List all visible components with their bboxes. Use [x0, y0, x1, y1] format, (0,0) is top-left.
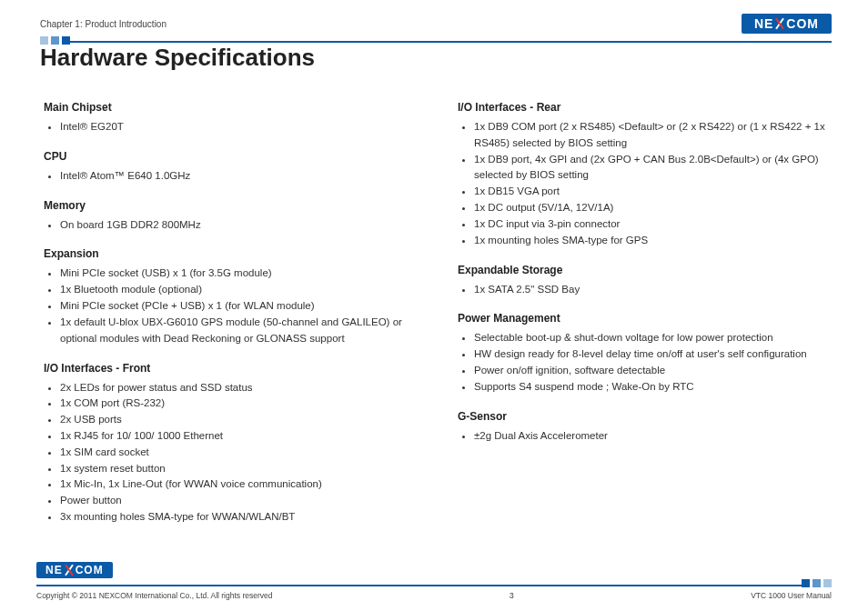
spec-list: Mini PCIe socket (USB) x 1 (for 3.5G mod…	[49, 265, 418, 346]
spec-item: Mini PCIe socket (USB) x 1 (for 3.5G mod…	[60, 265, 418, 282]
page-footer: NECOM Copyright © 2011 NEXCOM Internatio…	[36, 562, 832, 600]
spec-item: 1x SIM card socket	[60, 445, 418, 461]
brand-post: COM	[76, 565, 104, 576]
spec-list: ±2g Dual Axis Accelerometer	[463, 428, 832, 445]
page-title: Hardware Specifications	[40, 44, 832, 72]
spec-list: On board 1GB DDR2 800MHz	[49, 217, 418, 234]
brand-logo: NECOM	[742, 14, 832, 34]
spec-item: 1x Mic-In, 1x Line-Out (for WWAN voice c…	[60, 476, 418, 493]
page-header: Chapter 1: Product Introduction NECOM	[40, 13, 832, 35]
spec-item: 1x Bluetooth module (optional)	[60, 282, 418, 298]
brand-pre: NE	[754, 17, 773, 30]
spec-item: 1x COM port (RS-232)	[60, 396, 418, 412]
spec-item: On board 1GB DDR2 800MHz	[60, 217, 418, 234]
spec-item: 1x DB9 port, 4x GPI and (2x GPO + CAN Bu…	[474, 152, 832, 185]
brand-post: COM	[786, 17, 819, 30]
content-columns: Main ChipsetIntel® EG20TCPUIntel® Atom™ …	[44, 101, 832, 526]
spec-item: 1x SATA 2.5" SSD Bay	[474, 282, 832, 298]
spec-item: Supports S4 suspend mode ; Wake-On by RT…	[474, 379, 832, 396]
spec-item: 3x mounting holes SMA-type for WWAN/WLAN…	[60, 509, 418, 526]
brand-x-icon	[64, 565, 75, 576]
spec-item: Selectable boot-up & shut-down voltage f…	[474, 330, 832, 346]
spec-item: ±2g Dual Axis Accelerometer	[474, 428, 832, 445]
spec-list: Selectable boot-up & shut-down voltage f…	[463, 330, 832, 395]
spec-item: 2x LEDs for power status and SSD status	[60, 380, 418, 396]
spec-heading: Memory	[44, 199, 418, 212]
spec-heading: I/O Interfaces - Front	[44, 362, 418, 375]
spec-item: HW design ready for 8-level delay time o…	[474, 346, 832, 363]
header-rule	[40, 38, 832, 44]
spec-item: 2x USB ports	[60, 412, 418, 428]
chapter-label: Chapter 1: Product Introduction	[40, 19, 167, 29]
spec-heading: Expandable Storage	[458, 264, 832, 276]
spec-item: 1x system reset button	[60, 461, 418, 477]
spec-list: 2x LEDs for power status and SSD status1…	[49, 380, 418, 526]
spec-item: 1x DC input via 3-pin connector	[474, 216, 832, 233]
spec-list: 1x DB9 COM port (2 x RS485) <Default> or…	[463, 119, 832, 249]
spec-item: Power button	[60, 493, 418, 509]
footer-brand-logo: NECOM	[36, 562, 113, 578]
spec-heading: G-Sensor	[458, 410, 832, 423]
column-left: Main ChipsetIntel® EG20TCPUIntel® Atom™ …	[44, 101, 418, 526]
spec-item: Mini PCIe socket (PCIe + USB) x 1 (for W…	[60, 298, 418, 315]
column-right: I/O Interfaces - Rear1x DB9 COM port (2 …	[458, 101, 832, 526]
spec-list: Intel® Atom™ E640 1.0GHz	[49, 168, 418, 185]
spec-list: 1x SATA 2.5" SSD Bay	[463, 282, 832, 298]
brand-pre: NE	[45, 565, 63, 576]
spec-list: Intel® EG20T	[49, 119, 418, 135]
spec-item: 1x DC output (5V/1A, 12V/1A)	[474, 200, 832, 216]
brand-x-icon	[774, 18, 785, 29]
document-page: Chapter 1: Product Introduction NECOM Ha…	[0, 0, 868, 526]
spec-item: Power on/off ignition, software detectab…	[474, 363, 832, 379]
spec-item: 1x RJ45 for 10/ 100/ 1000 Ethernet	[60, 428, 418, 445]
spec-heading: CPU	[44, 150, 418, 163]
spec-item: 1x default U-blox UBX-G6010 GPS module (…	[60, 315, 418, 347]
spec-heading: Expansion	[44, 247, 418, 260]
spec-heading: Main Chipset	[44, 101, 418, 114]
copyright-text: Copyright © 2011 NEXCOM International Co…	[36, 591, 273, 600]
spec-item: 1x DB9 COM port (2 x RS485) <Default> or…	[474, 119, 832, 152]
spec-item: 1x DB15 VGA port	[474, 184, 832, 200]
footer-squares-icon	[802, 579, 832, 587]
document-name: VTC 1000 User Manual	[751, 591, 832, 600]
page-number: 3	[510, 591, 514, 600]
footer-rule	[36, 581, 832, 588]
spec-heading: Power Management	[458, 312, 832, 325]
spec-item: 1x mounting holes SMA-type for GPS	[474, 233, 832, 249]
spec-heading: I/O Interfaces - Rear	[458, 101, 832, 114]
spec-item: Intel® EG20T	[60, 119, 418, 135]
spec-item: Intel® Atom™ E640 1.0GHz	[60, 168, 418, 185]
